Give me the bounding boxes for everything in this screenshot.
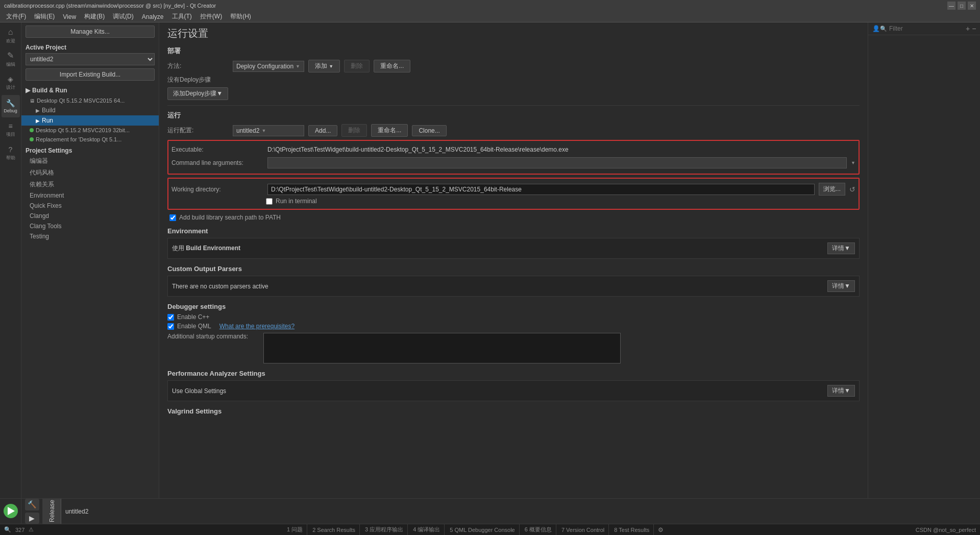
icon-design[interactable]: ◈ 设计	[2, 71, 20, 94]
bottom-run-area: 🔨 ▶ Release untitled2	[0, 498, 980, 524]
icon-edit[interactable]: ✎ 编辑	[2, 48, 20, 70]
performance-section: Performance Analyzer Settings Use Global…	[167, 370, 860, 401]
sidebar-replacement[interactable]: Replacement for 'Desktop Qt 5.1...	[21, 135, 159, 144]
menu-analyze[interactable]: Analyze	[138, 12, 168, 21]
browse-button[interactable]: 浏览...	[819, 183, 845, 196]
sidebar-build-item[interactable]: ▶ Build	[21, 105, 159, 115]
deploy-button[interactable]: ▶	[25, 513, 39, 524]
right-panel-header: 👤 🔍 + −	[868, 22, 980, 35]
perf-details-button[interactable]: 详情▼	[827, 385, 855, 397]
run-in-terminal-checkbox[interactable]	[266, 198, 273, 205]
workdir-highlight-box: Working directory: 浏览... ↺ Run in termin…	[167, 178, 860, 210]
env-details-button[interactable]: 详情▼	[827, 242, 855, 254]
run-config-label: 运行配置:	[167, 126, 229, 135]
status-messages-tab[interactable]: 6 概要信息	[521, 524, 556, 536]
status-right: CSDN @not_so_perfect	[916, 527, 976, 533]
sidebar-item-quick-fixes[interactable]: Quick Fixes	[21, 201, 159, 211]
add-lib-path-checkbox[interactable]	[169, 214, 176, 221]
parsers-box: There are no custom parsers active 详情▼	[167, 276, 860, 297]
add-button[interactable]: 添加 ▼	[308, 60, 340, 72]
manage-kits-button[interactable]: Manage Kits...	[26, 26, 155, 38]
deploy-section-label: 部署	[167, 46, 860, 56]
status-settings-icon[interactable]: ⚙	[655, 526, 667, 533]
menu-tools[interactable]: 工具(T)	[168, 11, 196, 22]
import-build-button[interactable]: Import Existing Build...	[26, 68, 155, 81]
build-run-title: ▶ Build & Run	[21, 85, 159, 96]
sidebar-item-code-style[interactable]: 代码风格	[21, 167, 159, 179]
add-run-button[interactable]: Add...	[308, 125, 337, 136]
add-lib-path-row: Add build library search path to PATH	[169, 213, 860, 222]
executable-highlight-box: Executable: D:\QtProjectTest\TestWidget\…	[167, 140, 860, 175]
icon-welcome[interactable]: ⌂ 欢迎	[2, 25, 20, 47]
sidebar-desktop-item[interactable]: 🖥 Desktop Qt 5.15.2 MSVC2015 64...	[21, 96, 159, 105]
minus-icon[interactable]: −	[972, 25, 976, 33]
maximize-button[interactable]: □	[958, 2, 966, 10]
sidebar-item-environment[interactable]: Environment	[21, 190, 159, 201]
executable-value: D:\QtProjectTest\TestWidget\build-untitl…	[267, 146, 569, 153]
custom-output-section: Custom Output Parsers There are no custo…	[167, 265, 860, 297]
run-section-title: 运行	[167, 111, 860, 120]
sidebar-item-editor[interactable]: 编编器	[21, 155, 159, 167]
run-config-combo[interactable]: untitled2 ▼	[233, 125, 304, 136]
menu-debug[interactable]: 调试(D)	[109, 11, 138, 22]
enable-qml-checkbox[interactable]	[167, 323, 174, 330]
run-circle-button[interactable]	[4, 504, 18, 518]
status-left: 🔍 327 ⚠	[4, 526, 34, 533]
menu-widgets[interactable]: 控件(W)	[196, 11, 226, 22]
rename-run-button[interactable]: 重命名...	[371, 124, 408, 137]
sidebar-run-item[interactable]: ▶ Run	[21, 115, 159, 126]
debugger-header: Debugger settings	[167, 303, 860, 310]
project-selector[interactable]: untitled2	[26, 53, 155, 65]
status-test-tab[interactable]: 8 Test Results	[610, 524, 654, 536]
branding-text: CSDN @not_so_perfect	[916, 527, 976, 533]
status-qml-tab[interactable]: 5 QML Debugger Console	[446, 524, 519, 536]
additional-cmds-textarea[interactable]	[263, 333, 621, 363]
environment-section: Environment 使用 Build Environment 详情▼	[167, 227, 860, 259]
icon-project[interactable]: ≡ 项目	[2, 118, 20, 141]
icon-help[interactable]: ? 帮助	[2, 142, 20, 164]
enable-cpp-checkbox[interactable]	[167, 314, 174, 321]
sidebar-item-testing[interactable]: Testing	[21, 231, 159, 241]
add-deploy-steps-button[interactable]: 添加Deploy步骤▼	[167, 87, 228, 100]
refresh-button[interactable]: ↺	[849, 185, 855, 193]
sidebar-item-dependencies[interactable]: 依赖关系	[21, 179, 159, 190]
sidebar-item-clangd[interactable]: Clangd	[21, 211, 159, 221]
status-app-output-tab[interactable]: 3 应用程序输出	[361, 524, 408, 536]
minimize-button[interactable]: —	[947, 2, 955, 10]
icon-bar: ⌂ 欢迎 ✎ 编辑 ◈ 设计 🔧 Debug ≡ 项目 ? 帮助	[0, 22, 21, 498]
no-deploy-text: 没有Deploy步骤	[167, 76, 860, 84]
menu-file[interactable]: 文件(F)	[2, 11, 30, 22]
close-button[interactable]: ✕	[968, 2, 976, 10]
add-icon[interactable]: +	[966, 25, 970, 33]
status-error-tab[interactable]: 1 问题	[283, 524, 307, 536]
status-search-tab[interactable]: 2 Search Results	[308, 524, 360, 536]
content-area: 运行设置 部署 方法: Deploy Configuration ▼ 添加 ▼ …	[159, 22, 868, 498]
release-indicator[interactable]: Release	[43, 499, 61, 524]
search-icon: 🔍	[4, 526, 11, 533]
clone-button[interactable]: Clone...	[412, 125, 446, 136]
deploy-config-combo[interactable]: Deploy Configuration ▼	[233, 61, 304, 72]
icon-debug[interactable]: 🔧 Debug	[2, 95, 20, 117]
parsers-details-button[interactable]: 详情▼	[827, 280, 855, 292]
status-compile-tab[interactable]: 4 编译输出	[409, 524, 445, 536]
run-button-area	[0, 499, 21, 524]
rename-button[interactable]: 重命名...	[374, 60, 410, 72]
status-tabs: 1 问题 2 Search Results 3 应用程序输出 4 编译输出 5 …	[283, 524, 667, 536]
environment-box: 使用 Build Environment 详情▼	[167, 238, 860, 259]
workdir-label: Working directory:	[172, 186, 263, 193]
bottom-project-name: untitled2	[65, 508, 976, 515]
prerequisites-link[interactable]: What are the prerequisites?	[219, 323, 295, 330]
sidebar-item-clang-tools[interactable]: Clang Tools	[21, 221, 159, 231]
cmdline-input[interactable]	[267, 157, 847, 168]
menu-build[interactable]: 构建(B)	[80, 11, 109, 22]
global-settings-box: Use Global Settings 详情▼	[167, 380, 860, 401]
filter-input[interactable]	[889, 25, 966, 32]
workdir-input[interactable]	[267, 184, 815, 195]
menu-edit[interactable]: 编辑(E)	[30, 11, 59, 22]
build-button[interactable]: 🔨	[25, 499, 39, 510]
sidebar-desktop-32bit[interactable]: Desktop Qt 5.15.2 MSVC2019 32bit...	[21, 126, 159, 135]
global-settings-text: Use Global Settings	[172, 387, 226, 395]
menu-help[interactable]: 帮助(H)	[226, 11, 255, 22]
status-vc-tab[interactable]: 7 Version Control	[557, 524, 609, 536]
menu-view[interactable]: View	[59, 12, 80, 21]
